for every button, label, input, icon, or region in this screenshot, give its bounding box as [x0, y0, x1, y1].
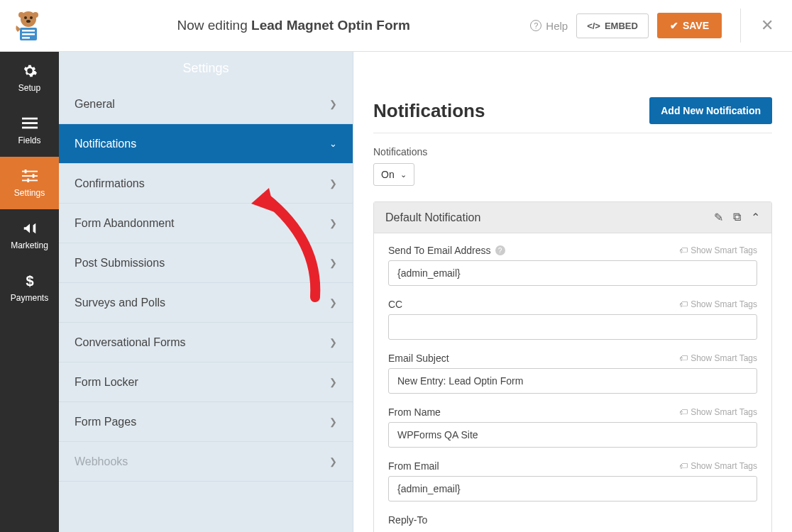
- svg-rect-11: [22, 122, 38, 124]
- from-email-input[interactable]: [388, 476, 757, 501]
- help-link[interactable]: ? Help: [530, 20, 568, 32]
- settings-item-surveys-polls[interactable]: Surveys and Polls❯: [59, 283, 353, 323]
- svg-rect-8: [22, 33, 35, 35]
- svg-point-5: [33, 12, 38, 18]
- notification-card: Default Notification ✎ ⧉ ⌃ Send To Email…: [373, 201, 772, 532]
- svg-rect-18: [27, 179, 29, 182]
- svg-rect-17: [32, 174, 34, 178]
- chevron-right-icon: ❯: [329, 218, 337, 228]
- dollar-icon: $: [22, 273, 38, 289]
- tag-icon: 🏷: [679, 461, 688, 471]
- notifications-toggle-section: Notifications On ⌄: [373, 146, 772, 186]
- nav-label: Marketing: [11, 240, 48, 250]
- card-header: Default Notification ✎ ⧉ ⌃: [374, 202, 771, 233]
- chevron-right-icon: ❯: [329, 377, 337, 387]
- chevron-right-icon: ❯: [329, 178, 337, 189]
- embed-label: EMBED: [605, 21, 638, 31]
- gear-icon: [22, 63, 38, 79]
- field-send-to: Send To Email Address? 🏷Show Smart Tags: [388, 245, 757, 286]
- edit-icon[interactable]: ✎: [714, 211, 723, 224]
- nav-label: Fields: [18, 135, 40, 145]
- chevron-down-icon: ⌄: [329, 138, 337, 149]
- cc-input[interactable]: [388, 314, 757, 340]
- email-subject-input[interactable]: [388, 368, 757, 394]
- svg-point-3: [26, 20, 31, 23]
- field-from-email: From Email 🏷Show Smart Tags: [388, 460, 757, 501]
- content-header: Notifications Add New Notification: [373, 84, 772, 133]
- nav-label: Setup: [18, 83, 40, 93]
- save-label: SAVE: [683, 20, 709, 31]
- tag-icon: 🏷: [679, 245, 688, 255]
- collapse-icon[interactable]: ⌃: [751, 211, 760, 224]
- smart-tags-toggle[interactable]: 🏷Show Smart Tags: [679, 353, 757, 363]
- send-to-input[interactable]: [388, 260, 757, 286]
- help-label: Help: [546, 20, 568, 32]
- card-title: Default Notification: [385, 211, 480, 224]
- divider: [740, 9, 741, 43]
- main-content: Notifications Add New Notification Notif…: [353, 52, 792, 532]
- check-icon: ✔: [670, 20, 678, 31]
- form-name: Lead Magnet Optin Form: [251, 18, 410, 33]
- from-name-input[interactable]: [388, 422, 757, 448]
- copy-icon[interactable]: ⧉: [733, 211, 741, 224]
- tag-icon: 🏷: [679, 353, 688, 363]
- settings-item-form-pages[interactable]: Form Pages❯: [59, 402, 353, 442]
- nav-label: Settings: [14, 188, 45, 198]
- svg-rect-7: [22, 30, 35, 32]
- save-button[interactable]: ✔ SAVE: [657, 13, 722, 38]
- chevron-right-icon: ❯: [329, 99, 337, 109]
- settings-title: Settings: [59, 52, 353, 84]
- select-value: On: [381, 169, 395, 180]
- nav-fields[interactable]: Fields: [0, 104, 59, 157]
- settings-item-post-submissions[interactable]: Post Submissions❯: [59, 243, 353, 283]
- field-reply-to: Reply-To: [388, 514, 757, 526]
- editing-prefix: Now editing: [177, 18, 251, 33]
- settings-item-conversational-forms[interactable]: Conversational Forms❯: [59, 323, 353, 362]
- nav-settings[interactable]: Settings: [0, 157, 59, 209]
- svg-text:$: $: [26, 273, 33, 289]
- close-button[interactable]: ✕: [757, 16, 778, 35]
- top-bar: Now editing Lead Magnet Optin Form ? Hel…: [0, 0, 792, 52]
- svg-point-1: [24, 16, 27, 19]
- tag-icon: 🏷: [679, 299, 688, 309]
- card-body: Send To Email Address? 🏷Show Smart Tags …: [374, 233, 771, 526]
- svg-rect-10: [22, 118, 38, 120]
- field-email-subject: Email Subject 🏷Show Smart Tags: [388, 353, 757, 394]
- top-actions: ? Help </> EMBED ✔ SAVE ✕: [530, 9, 778, 43]
- code-icon: </>: [587, 21, 600, 31]
- settings-item-webhooks[interactable]: Webhooks❯: [59, 442, 353, 482]
- sliders-icon: [22, 168, 38, 184]
- svg-point-4: [18, 12, 24, 18]
- megaphone-icon: [22, 221, 38, 236]
- smart-tags-toggle[interactable]: 🏷Show Smart Tags: [679, 407, 757, 417]
- chevron-right-icon: ❯: [329, 416, 337, 427]
- settings-item-form-locker[interactable]: Form Locker❯: [59, 362, 353, 402]
- embed-button[interactable]: </> EMBED: [576, 13, 649, 38]
- add-notification-button[interactable]: Add New Notification: [649, 97, 772, 124]
- toggle-label: Notifications: [373, 146, 772, 157]
- svg-rect-16: [24, 170, 26, 173]
- smart-tags-toggle[interactable]: 🏷Show Smart Tags: [679, 245, 757, 255]
- settings-item-notifications[interactable]: Notifications⌄: [59, 124, 353, 164]
- chevron-down-icon: ⌄: [400, 170, 407, 179]
- smart-tags-toggle[interactable]: 🏷Show Smart Tags: [679, 461, 757, 471]
- nav-marketing[interactable]: Marketing: [0, 209, 59, 262]
- field-cc: CC 🏷Show Smart Tags: [388, 299, 757, 340]
- field-from-name: From Name 🏷Show Smart Tags: [388, 406, 757, 448]
- smart-tags-toggle[interactable]: 🏷Show Smart Tags: [679, 299, 757, 309]
- settings-item-confirmations[interactable]: Confirmations❯: [59, 164, 353, 204]
- left-nav: Setup Fields Settings Marketing $ Paymen…: [0, 52, 59, 532]
- chevron-right-icon: ❯: [329, 257, 337, 268]
- nav-label: Payments: [11, 293, 48, 303]
- svg-rect-14: [22, 175, 38, 177]
- svg-rect-9: [22, 37, 30, 39]
- hint-icon[interactable]: ?: [495, 245, 505, 255]
- nav-payments[interactable]: $ Payments: [0, 262, 59, 314]
- nav-setup[interactable]: Setup: [0, 52, 59, 104]
- settings-item-general[interactable]: General❯: [59, 84, 353, 124]
- svg-point-2: [30, 16, 33, 19]
- settings-menu: Settings General❯ Notifications⌄ Confirm…: [59, 52, 353, 532]
- settings-item-form-abandonment[interactable]: Form Abandonment❯: [59, 204, 353, 243]
- page-title: Now editing Lead Magnet Optin Form: [57, 18, 530, 33]
- notifications-select[interactable]: On ⌄: [373, 163, 414, 186]
